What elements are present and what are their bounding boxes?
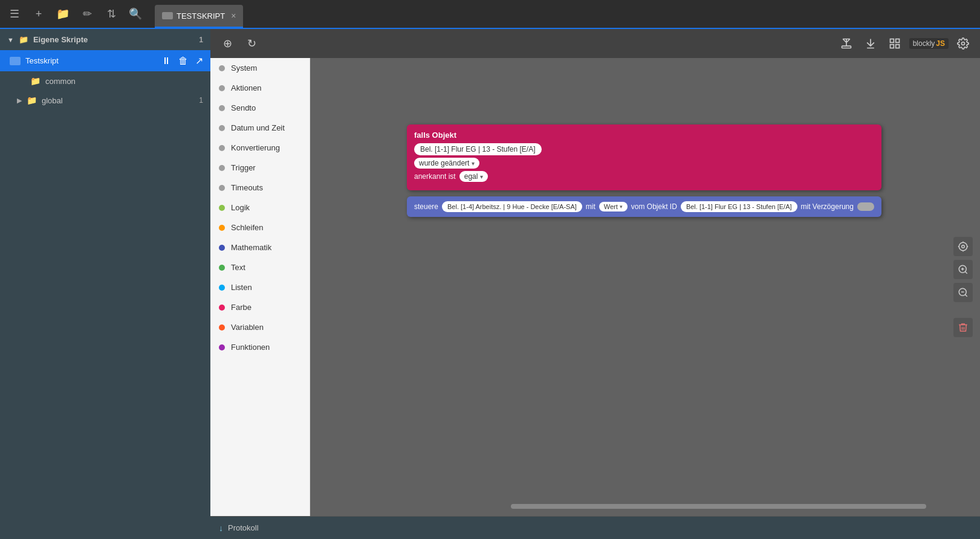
export-btn[interactable] [837,34,856,53]
svg-rect-2 [895,39,899,43]
sidebar-folder-icon: 📁 [19,35,28,44]
mit-label: mit [586,202,595,211]
svg-rect-1 [890,39,894,43]
category-item-trigger[interactable]: Trigger [210,158,310,178]
tab-testskript[interactable]: TESTSKRIPT × [155,5,243,28]
svg-rect-3 [890,45,894,48]
falls-block[interactable]: falls Objekt Bel. [1-1] Flur EG | 13 - S… [407,124,881,190]
category-item-konvertierung[interactable]: Konvertierung [210,138,310,158]
svg-line-12 [965,271,967,273]
category-item-datum-und-zeit[interactable]: Datum und Zeit [210,118,310,138]
edit-icon[interactable]: ✏ [77,4,97,24]
sort-icon[interactable]: ⇅ [102,4,121,24]
category-item-farbe[interactable]: Farbe [210,297,310,317]
target-btn[interactable]: ⊕ [218,34,237,53]
category-dot [219,305,225,311]
grid-btn[interactable] [885,34,904,53]
sidebar-header: ▼ 📁 Eigene Skripte 1 [0,29,210,50]
category-item-sendto[interactable]: Sendto [210,98,310,118]
category-label: Logik [231,203,250,212]
quelle-id-pill[interactable]: Bel. [1-1] Flur EG | 13 - Stufen [E/A] [681,201,797,212]
category-dot [219,245,225,251]
falls-id-pill[interactable]: Bel. [1-1] Flur EG | 13 - Stufen [E/A] [414,143,542,155]
canvas-scrollbar[interactable] [511,504,926,509]
category-label: Timeouts [231,183,263,192]
category-dot [219,165,225,171]
delete-icon[interactable]: 🗑 [178,56,188,66]
pause-icon[interactable]: ⏸ [161,56,171,66]
sidebar-common-label: common [45,77,76,86]
script-icon [10,57,21,65]
canvas-zoom-out-btn[interactable] [953,283,973,302]
category-item-variablen[interactable]: Variablen [210,317,310,337]
category-item-timeouts[interactable]: Timeouts [210,178,310,198]
category-item-mathematik[interactable]: Mathematik [210,237,310,257]
import-btn[interactable] [861,34,880,53]
category-dot [219,344,225,350]
sidebar-expand-icon[interactable]: ▼ [7,36,14,44]
category-item-system[interactable]: System [210,58,310,78]
menu-icon[interactable]: ☰ [5,4,24,24]
mit-verzoegerung-label: mit Verzögerung [801,202,854,211]
common-folder-icon: 📁 [30,76,41,86]
sidebar-header-label: Eigene Skripte [33,35,88,44]
toolbar-right: blockly JS [837,34,973,53]
canvas-target-btn[interactable] [953,237,973,256]
category-dot [219,65,225,71]
toolbar-row: ⊕ ↻ blockly JS [210,29,980,58]
steuere-block[interactable]: steuere Bel. [1-4] Arbeitsz. | 9 Hue - D… [407,196,881,217]
search-icon[interactable]: 🔍 [126,4,145,24]
canvas-area[interactable]: falls Objekt Bel. [1-1] Flur EG | 13 - S… [310,58,980,516]
falls-title: falls Objekt [414,131,874,140]
svg-point-5 [959,242,967,251]
category-item-aktionen[interactable]: Aktionen [210,78,310,98]
category-label: Sendto [231,103,256,112]
category-dot [219,105,225,111]
sidebar-header-count: 1 [199,36,203,44]
egal-dropdown[interactable]: egal [459,171,488,182]
category-dot [219,125,225,131]
category-item-logik[interactable]: Logik [210,198,310,218]
steuere-id-pill[interactable]: Bel. [1-4] Arbeitsz. | 9 Hue - Decke [E/… [442,201,582,212]
settings-btn[interactable] [953,34,973,53]
canvas-delete-btn[interactable] [953,318,973,337]
svg-rect-0 [842,46,851,48]
tab-area: TESTSKRIPT × [150,0,975,28]
svg-rect-4 [895,45,899,48]
sidebar-item-global[interactable]: ▶ 📁 global 1 [0,91,210,110]
blockly-label: blockly [913,39,935,48]
category-item-listen[interactable]: Listen [210,277,310,297]
block-container: falls Objekt Bel. [1-1] Flur EG | 13 - S… [407,124,881,217]
vom-objekt-id-label: vom Objekt ID [631,202,677,211]
verzoegerung-toggle[interactable] [857,202,874,211]
category-item-funktionen[interactable]: Funktionen [210,337,310,357]
sidebar: ▼ 📁 Eigene Skripte 1 Testskript ⏸ 🗑 ↗ 📁 … [0,29,210,539]
category-label: Konvertierung [231,143,280,152]
category-dot [219,85,225,91]
canvas-controls [953,237,973,337]
category-label: Trigger [231,163,256,172]
add-folder-icon[interactable]: 📁 [53,4,73,24]
sidebar-expand-global-icon[interactable]: ▶ [17,97,22,105]
category-item-schleifen[interactable]: Schleifen [210,218,310,237]
category-label: Aktionen [231,83,262,92]
category-label: Datum und Zeit [231,123,285,132]
refresh-btn[interactable]: ↻ [242,34,261,53]
category-label: System [231,63,257,73]
anerkannt-ist-label: anerkannt ist [414,172,456,181]
tab-close-icon[interactable]: × [231,11,236,21]
sidebar-item-common[interactable]: 📁 common [0,71,210,91]
category-label: Schleifen [231,223,263,232]
category-label: Listen [231,283,252,292]
category-label: Text [231,263,245,272]
open-icon[interactable]: ↗ [195,55,203,66]
global-folder-icon: 📁 [27,95,37,105]
canvas-zoom-in-btn[interactable] [953,260,973,279]
wert-dropdown[interactable]: Wert [599,202,628,211]
wurde-geaendert-dropdown[interactable]: wurde geändert [414,158,479,169]
wurde-geaendert-row: wurde geändert [414,158,874,169]
category-menu: SystemAktionenSendtoDatum und ZeitKonver… [210,58,310,516]
sidebar-item-testskript[interactable]: Testskript ⏸ 🗑 ↗ [0,50,210,71]
add-icon[interactable]: + [29,4,48,24]
category-item-text[interactable]: Text [210,257,310,277]
